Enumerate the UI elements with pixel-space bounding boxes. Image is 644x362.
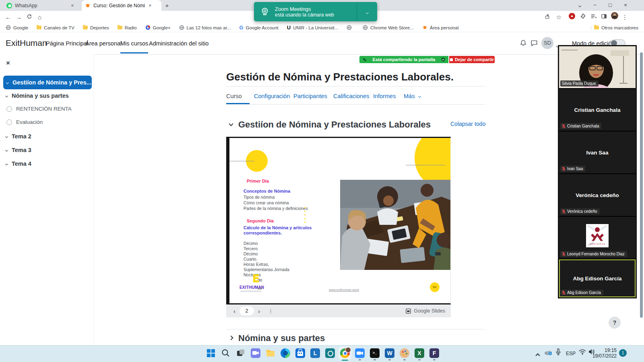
reading-list-button[interactable] <box>588 12 599 22</box>
tab-whatsapp[interactable]: WhatsApp × <box>3 0 83 11</box>
bookmark-canales-tv[interactable]: Canales de TV <box>37 25 74 30</box>
sidebar-item-tema3[interactable]: Tema 3 <box>0 147 93 153</box>
nav-mis-cursos[interactable]: Mis cursos <box>120 40 148 47</box>
sidebar-item-tema4[interactable]: Tema 4 <box>0 160 93 167</box>
collapse-all-link[interactable]: Colapsar todo <box>450 121 485 127</box>
messages-button[interactable] <box>530 39 538 48</box>
onedrive-tray-icon[interactable] <box>544 349 552 357</box>
zoom-app-button[interactable] <box>355 348 365 358</box>
window-maximize-button[interactable]: □ <box>602 0 618 11</box>
back-button[interactable]: ← <box>3 12 13 22</box>
nav-area-personal[interactable]: Área personal <box>85 40 122 47</box>
reload-button[interactable] <box>24 12 34 22</box>
window-minimize-button[interactable]: − <box>587 0 603 11</box>
zoom-participants-window[interactable]: Silvia Paola Duque Cristian Ganchala Cri… <box>558 45 637 298</box>
notification-expand-chevron[interactable] <box>357 8 377 15</box>
mic-tray-icon[interactable] <box>555 348 561 357</box>
sidebar-item-evaluacion[interactable]: Evaluación <box>0 119 93 125</box>
start-button[interactable] <box>206 348 216 358</box>
app-o-button[interactable] <box>325 348 335 358</box>
slide-page-number[interactable]: 2 <box>239 306 254 315</box>
course-tab-participantes[interactable]: Participantes <box>293 93 327 99</box>
tab-course[interactable]: Curso: Gestión de Nómina y Pres × <box>82 0 161 11</box>
edge-button[interactable] <box>281 348 290 358</box>
bookmark-unlabeled[interactable] <box>347 25 354 30</box>
file-explorer-button[interactable] <box>266 348 275 358</box>
nav-pagina-principal[interactable]: Página Principal <box>46 40 88 47</box>
language-indicator[interactable]: ESP <box>566 351 576 356</box>
zoom-tile-cristian[interactable]: Cristian Ganchala Cristian Ganchala <box>559 89 636 131</box>
google-slides-embed[interactable]: Primer Día Conceptos de Nómina Tipos de … <box>226 137 451 304</box>
course-tab-curso[interactable]: Curso <box>226 93 242 99</box>
course-tab-configuracion[interactable]: Configuración <box>254 93 290 99</box>
clock-time[interactable]: 19:15 <box>597 348 617 353</box>
bookmark-google-account[interactable]: G Google Account <box>239 25 278 31</box>
other-bookmarks[interactable]: | Otros marcadores <box>590 25 638 30</box>
word-button[interactable]: W <box>385 348 394 358</box>
zoom-video-silvia[interactable]: Silvia Paola Duque <box>559 46 636 88</box>
chrome-button[interactable] <box>340 348 350 358</box>
window-close-button[interactable]: × <box>617 0 634 11</box>
sidebar-item-tema2[interactable]: Tema 2 <box>0 133 93 140</box>
home-button[interactable]: ⌂ <box>35 12 45 22</box>
app-l-button[interactable]: L <box>310 348 320 358</box>
zoom-tile-ivan[interactable]: Ivan Saa Ivan Saa <box>559 132 636 173</box>
notification-count-badge[interactable]: 1 <box>619 349 627 357</box>
zoom-tile-leonyd[interactable]: SERNICONTRI S.A. Leonyd Fernando Morocho… <box>559 217 636 259</box>
tab-close-icon[interactable]: × <box>148 2 153 8</box>
bookmark-star-button[interactable]: ☆ <box>554 12 564 22</box>
camera-usage-notification[interactable]: Zoom Meetings está usando la cámara web <box>254 2 377 21</box>
bookmark-chrome-web-store[interactable]: Chrome Web Store... <box>363 25 414 30</box>
bookmark-google-plus[interactable]: Google+ <box>145 25 171 30</box>
slides-menu-button[interactable]: ⋮ <box>264 308 277 314</box>
extensions-button[interactable] <box>578 12 588 22</box>
terminal-button[interactable]: >_ <box>370 348 380 358</box>
bookmark-google[interactable]: Google <box>6 25 28 30</box>
zoom-tile-veronica[interactable]: Verónica cedeño Verónica cedeño <box>559 174 636 216</box>
chat-app-button[interactable] <box>251 348 260 358</box>
new-tab-button[interactable]: + <box>163 1 171 10</box>
collapse-section-chevron[interactable] <box>229 121 233 126</box>
course-tab-mas[interactable]: Más <box>404 93 421 99</box>
page-scrollbar[interactable] <box>640 52 643 318</box>
expand-section-chevron[interactable] <box>229 335 233 340</box>
course-tab-calificaciones[interactable]: Calificaciones <box>333 93 369 99</box>
sidebar-item-course[interactable]: Gestiíon de Nómina y Pres... <box>3 76 92 89</box>
bookmark-area-personal[interactable]: Área personal <box>422 25 459 30</box>
tab-close-icon[interactable]: × <box>70 2 75 8</box>
slide-footer-link[interactable]: www.exithuman.work <box>329 288 359 292</box>
microsoft-store-button[interactable] <box>295 348 305 358</box>
tab-search-chevron[interactable] <box>572 0 588 11</box>
app-f-button[interactable]: F <box>429 348 439 358</box>
previous-slide-button[interactable]: ‹ <box>229 308 239 315</box>
browser-menu-button[interactable]: ⋮ <box>620 12 630 22</box>
forward-button[interactable]: → <box>14 12 24 22</box>
google-slides-link[interactable]: Google Slides <box>406 308 451 314</box>
profile-avatar[interactable] <box>609 12 619 22</box>
wifi-tray-icon[interactable] <box>579 349 586 356</box>
close-drawer-button[interactable]: × <box>6 59 10 67</box>
search-button[interactable] <box>221 348 231 358</box>
side-panel-button[interactable] <box>599 12 609 22</box>
task-view-button[interactable] <box>236 348 246 358</box>
site-brand[interactable]: ExitHuman <box>6 38 47 48</box>
bookmark-unir[interactable]: U UNIR - La Universid... <box>287 25 338 31</box>
paint-button[interactable] <box>400 348 409 358</box>
clock-date[interactable]: 19/07/2022 <box>588 353 617 359</box>
share-page-button[interactable] <box>543 12 553 22</box>
extension-adblock-button[interactable] <box>567 12 577 22</box>
next-slide-button[interactable]: › <box>254 308 264 315</box>
bookmark-las-12-fotos[interactable]: Las 12 fotos mas ar... <box>179 25 231 30</box>
notifications-bell-button[interactable] <box>520 39 527 48</box>
sidebar-item-nomina[interactable]: Nómina y sus partes <box>0 93 93 99</box>
stop-sharing-button[interactable]: Dejar de compartir <box>449 56 495 63</box>
sidebar-item-retencion[interactable]: RENTENCIÓN RENTA <box>0 106 93 112</box>
course-tab-informes[interactable]: Informes <box>373 93 396 99</box>
bookmark-radio[interactable]: Radio <box>118 25 137 30</box>
nav-administracion[interactable]: Administración del sitio <box>149 40 208 47</box>
excel-button[interactable]: X <box>415 348 424 358</box>
tray-expand-chevron[interactable] <box>536 352 539 359</box>
help-button[interactable]: ? <box>609 317 621 329</box>
zoom-tile-edison[interactable]: Abg Edison García Abg Edison García <box>559 259 636 297</box>
user-avatar[interactable]: SD <box>541 37 553 49</box>
